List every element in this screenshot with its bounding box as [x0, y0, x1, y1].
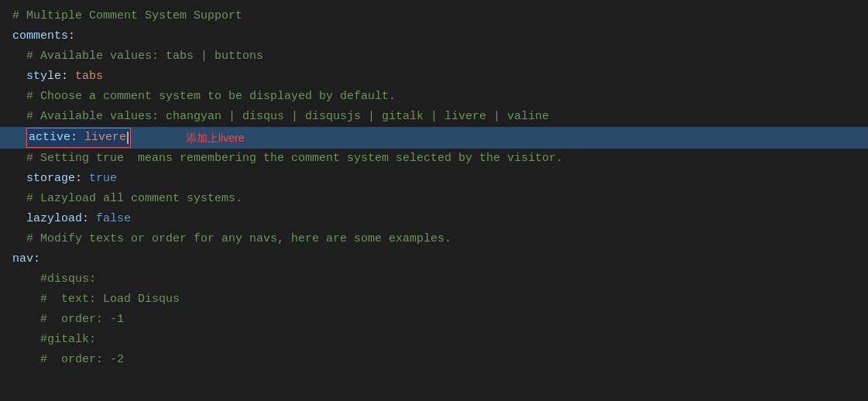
- line-11-key: lazyload: [26, 210, 82, 228]
- line-4-value: tabs: [75, 67, 103, 86]
- line-10-text: # Lazyload all comment systems.: [12, 190, 242, 208]
- line-2-key: comments: [12, 27, 68, 46]
- line-16: # order: -1: [0, 310, 868, 330]
- active-value: livere: [84, 129, 126, 147]
- line-9-value: true: [89, 170, 117, 188]
- line-7-active: active: livere 添加上livere: [0, 127, 868, 149]
- line-15-text: # text: Load Disqus: [12, 290, 180, 309]
- line-11: lazyload: false: [0, 209, 868, 229]
- line-15: # text: Load Disqus: [0, 290, 868, 310]
- code-editor: # Multiple Comment System Support commen…: [0, 0, 868, 401]
- line-13-key: nav: [12, 250, 33, 269]
- line-3: # Available values: tabs | buttons: [0, 46, 868, 67]
- line-8: # Setting true means remembering the com…: [0, 149, 868, 169]
- text-cursor: [127, 132, 129, 144]
- line-18: # order: -2: [0, 350, 868, 370]
- line-10: # Lazyload all comment systems.: [0, 189, 868, 209]
- line-8-text: # Setting true means remembering the com…: [12, 149, 563, 168]
- line-17-text: #gitalk:: [12, 331, 96, 349]
- line-6-text: # Available values: changyan | disqus | …: [12, 108, 549, 126]
- line-5: # Choose a comment system to be displaye…: [0, 87, 868, 107]
- line-16-text: # order: -1: [12, 310, 124, 329]
- line-14-text: #disqus:: [12, 270, 96, 289]
- active-key: active: [29, 129, 70, 147]
- line-1: # Multiple Comment System Support: [0, 6, 868, 26]
- line-5-text: # Choose a comment system to be displaye…: [12, 87, 396, 106]
- line-9: storage: true: [0, 169, 868, 189]
- line-3-text: # Available values: tabs | buttons: [12, 47, 263, 66]
- tooltip-text: 添加上livere: [186, 129, 244, 146]
- line-1-text: # Multiple Comment System Support: [12, 7, 242, 26]
- line-18-text: # order: -2: [12, 351, 124, 369]
- line-13: nav:: [0, 249, 868, 269]
- line-17: #gitalk:: [0, 330, 868, 350]
- line-6: # Available values: changyan | disqus | …: [0, 107, 868, 127]
- line-14: #disqus:: [0, 269, 868, 290]
- line-12: # Modify texts or order for any navs, he…: [0, 229, 868, 249]
- line-9-key: storage: [26, 170, 75, 188]
- line-4-key: style: [26, 67, 61, 86]
- line-4: style: tabs: [0, 67, 868, 87]
- line-12-text: # Modify texts or order for any navs, he…: [12, 230, 451, 248]
- line-11-value: false: [96, 210, 131, 228]
- line-2: comments:: [0, 26, 868, 46]
- active-input-field[interactable]: active: livere: [26, 128, 131, 148]
